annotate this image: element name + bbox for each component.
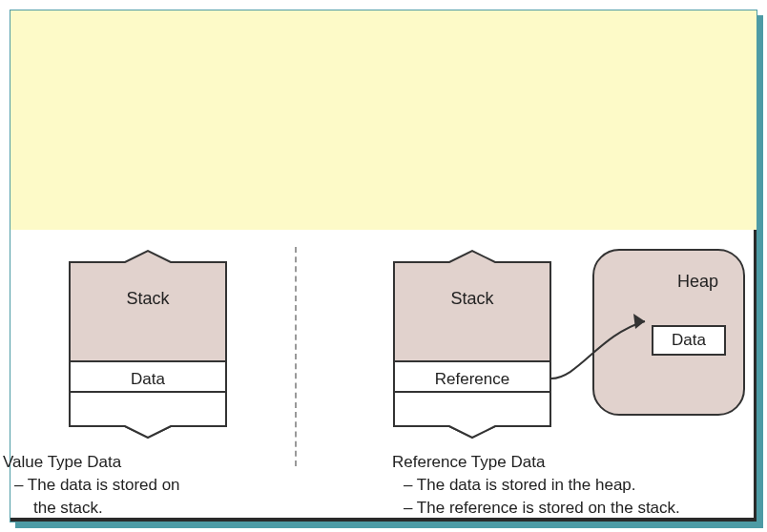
value-type-stack: Stack Data xyxy=(68,249,228,440)
stack-label-right: Stack xyxy=(392,289,552,309)
stack-outline-right xyxy=(392,249,552,440)
caption-title-right: Reference Type Data xyxy=(392,451,736,474)
caption-line-left-2: the stack. xyxy=(3,497,270,520)
reference-arrow xyxy=(540,297,664,382)
value-type-caption: Value Type Data – The data is stored on … xyxy=(3,451,270,519)
heap-label: Heap xyxy=(677,272,718,292)
caption-title-left: Value Type Data xyxy=(3,451,270,474)
stack-label-left: Stack xyxy=(68,289,228,309)
main-panel: Stack Data Stack Reference Heap xyxy=(10,10,757,522)
stack-outline-left xyxy=(68,249,228,440)
reference-type-stack: Stack Reference xyxy=(392,249,552,440)
caption-line-left-1: – The data is stored on xyxy=(3,474,270,497)
reference-row: Reference xyxy=(394,365,550,394)
diagram-container: Stack Data Stack Reference Heap xyxy=(10,10,757,522)
caption-line-right-1: – The data is stored in the heap. xyxy=(392,474,736,497)
caption-line-right-2: – The reference is stored on the stack. xyxy=(392,497,736,520)
data-row-left: Data xyxy=(70,365,226,394)
vertical-divider xyxy=(295,247,297,466)
reference-type-caption: Reference Type Data – The data is stored… xyxy=(392,451,736,519)
svg-marker-6 xyxy=(633,314,645,329)
diagram-area: Stack Data Stack Reference Heap xyxy=(10,230,757,522)
